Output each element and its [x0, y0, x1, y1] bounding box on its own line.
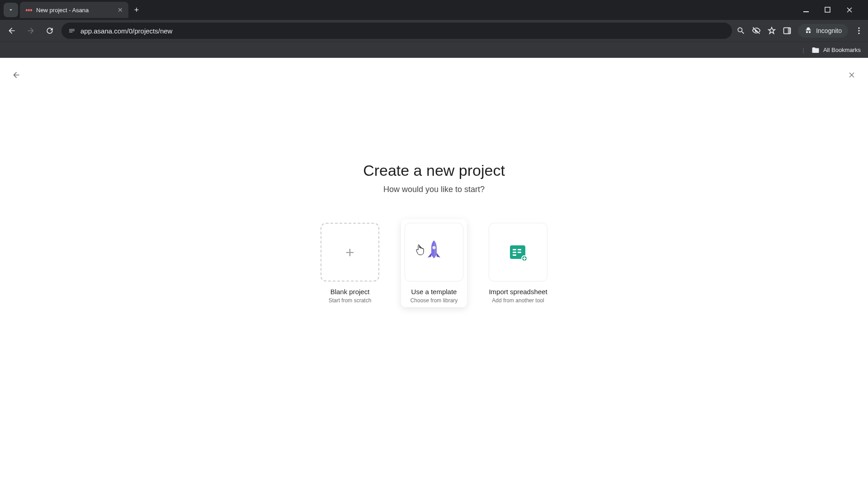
card-title: Blank project	[330, 288, 370, 296]
forward-button[interactable]	[24, 23, 38, 38]
browser-chrome: New project - Asana ✕ +	[0, 0, 868, 58]
svg-point-6	[858, 33, 859, 34]
svg-point-5	[858, 30, 859, 31]
import-spreadsheet-card[interactable]: Import spreadsheet Add from another tool	[485, 219, 551, 307]
tab-strip: New project - Asana ✕ +	[0, 0, 868, 20]
page-back-button[interactable]	[8, 67, 24, 83]
use-template-card[interactable]: Use a template Choose from library	[401, 219, 467, 307]
all-bookmarks-button[interactable]: All Bookmarks	[823, 47, 861, 53]
incognito-indicator[interactable]: Incognito	[798, 24, 848, 38]
svg-rect-12	[518, 252, 521, 253]
menu-icon[interactable]	[854, 26, 863, 35]
asana-favicon-icon	[25, 6, 33, 14]
svg-rect-1	[825, 7, 830, 12]
address-bar[interactable]: app.asana.com/0/projects/new	[61, 23, 732, 39]
arrow-left-icon	[7, 26, 16, 35]
close-window-button[interactable]	[846, 7, 860, 13]
url-text: app.asana.com/0/projects/new	[80, 27, 172, 35]
plus-icon: +	[345, 244, 354, 261]
minimize-button[interactable]	[803, 7, 816, 13]
toolbar-actions: Incognito	[736, 24, 863, 38]
maximize-button[interactable]	[825, 7, 838, 13]
bookmarks-divider: |	[803, 47, 804, 53]
arrow-right-icon	[26, 26, 35, 35]
card-title: Import spreadsheet	[489, 288, 547, 296]
site-settings-icon[interactable]	[68, 27, 76, 35]
close-icon	[848, 71, 855, 79]
window-controls	[803, 7, 864, 13]
svg-rect-9	[513, 249, 516, 250]
project-options: + Blank project Start from scratch Use a…	[317, 219, 551, 307]
card-subtitle: Add from another tool	[492, 297, 544, 304]
reload-button[interactable]	[42, 23, 57, 38]
chevron-down-icon	[8, 7, 14, 13]
page-close-button[interactable]	[844, 67, 860, 83]
arrow-left-icon	[12, 70, 21, 80]
tab-search-dropdown[interactable]	[4, 3, 18, 17]
incognito-label: Incognito	[816, 27, 842, 34]
browser-tab[interactable]: New project - Asana ✕	[20, 2, 128, 18]
template-box	[405, 223, 463, 282]
folder-icon	[811, 46, 820, 54]
svg-rect-11	[513, 252, 516, 253]
svg-rect-3	[788, 28, 791, 33]
page-title: Create a new project	[363, 162, 505, 179]
tab-title: New project - Asana	[36, 7, 114, 14]
reload-icon	[45, 26, 54, 35]
search-icon[interactable]	[736, 26, 745, 35]
blank-project-box: +	[321, 223, 379, 282]
svg-rect-10	[518, 249, 521, 250]
card-subtitle: Start from scratch	[329, 297, 372, 304]
rocket-icon	[423, 239, 445, 265]
bookmarks-bar: | All Bookmarks	[0, 42, 868, 58]
page-subtitle: How would you like to start?	[383, 185, 485, 194]
spreadsheet-icon	[508, 242, 528, 263]
tab-close-icon[interactable]: ✕	[118, 6, 123, 14]
svg-point-7	[433, 246, 436, 249]
blank-project-card[interactable]: + Blank project Start from scratch	[317, 219, 383, 307]
spreadsheet-box	[489, 223, 547, 282]
card-title: Use a template	[411, 288, 457, 296]
side-panel-icon[interactable]	[783, 26, 792, 35]
eye-off-icon[interactable]	[752, 26, 761, 35]
back-button[interactable]	[5, 23, 19, 38]
card-subtitle: Choose from library	[410, 297, 458, 304]
incognito-icon	[804, 27, 812, 35]
svg-rect-13	[513, 254, 516, 256]
page-content: Create a new project How would you like …	[0, 58, 868, 488]
bookmark-star-icon[interactable]	[767, 26, 776, 35]
main-content: Create a new project How would you like …	[0, 58, 868, 307]
browser-toolbar: app.asana.com/0/projects/new Incognito	[0, 20, 868, 42]
svg-rect-0	[803, 11, 809, 12]
new-tab-button[interactable]: +	[130, 4, 143, 16]
svg-point-4	[858, 28, 859, 29]
